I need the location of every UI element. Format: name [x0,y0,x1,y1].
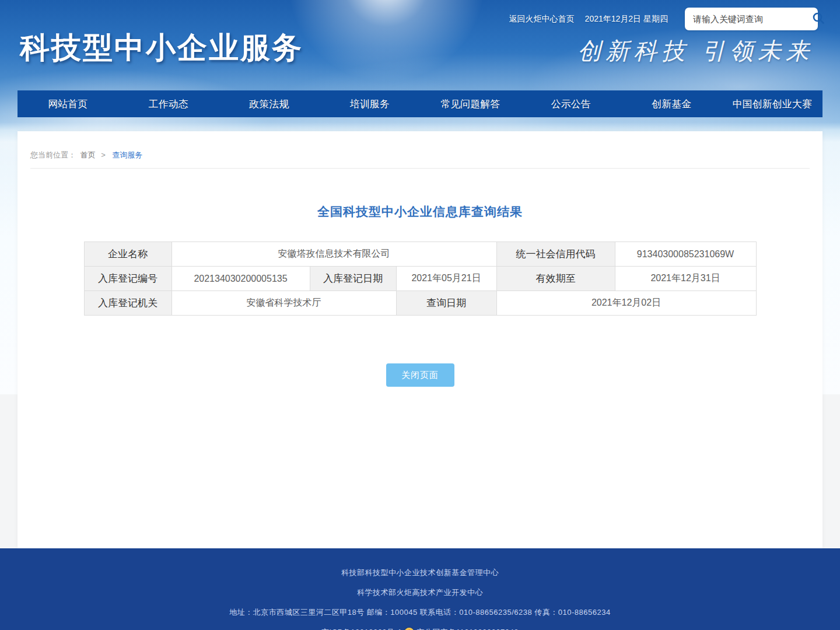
breadcrumb-separator: > [101,150,106,159]
nav-item-innovation-fund[interactable]: 创新基金 [621,90,722,117]
company-name-value: 安徽塔孜信息技术有限公司 [172,242,496,267]
valid-until-label: 有效期至 [496,267,615,291]
nav-item-work-news[interactable]: 工作动态 [118,90,219,117]
footer: 科技部科技型中小企业技术创新基金管理中心 科学技术部火炬高技术产业开发中心 地址… [0,548,840,630]
search-box [685,8,818,30]
icp-record-link[interactable]: 京ICP备13019302号-1 [321,627,402,630]
nav-item-policies[interactable]: 政策法规 [219,90,320,117]
page: 返回火炬中心首页 2021年12月2日 星期四 科技型中小企业服务 创新科技 引… [0,0,840,630]
police-badge-icon [404,628,414,630]
table-row: 企业名称 安徽塔孜信息技术有限公司 统一社会信用代码 9134030008523… [84,242,756,267]
company-name-label: 企业名称 [84,242,172,267]
breadcrumb-current-link[interactable]: 查询服务 [112,150,142,159]
site-title: 科技型中小企业服务 [20,28,303,68]
registration-date-label: 入库登记日期 [310,267,396,291]
date-text: 2021年12月2日 星期四 [585,14,668,24]
footer-org-line-2: 科学技术部火炬高技术产业开发中心 [0,587,840,598]
footer-address-line: 地址：北京市西城区三里河二区甲18号 邮编：100045 联系电话：010-88… [0,607,840,618]
return-torch-center-link[interactable]: 返回火炬中心首页 [509,14,575,24]
table-row: 入库登记机关 安徽省科学技术厅 查询日期 2021年12月02日 [84,291,756,316]
search-input[interactable] [692,13,810,24]
registration-authority-label: 入库登记机关 [84,291,172,316]
content-panel: 您当前位置： 首页 > 查询服务 全国科技型中小企业信息库查询结果 企业名称 安… [18,131,822,548]
table-row: 入库登记编号 202134030200005135 入库登记日期 2021年05… [84,267,756,291]
breadcrumb: 您当前位置： 首页 > 查询服务 [30,131,810,169]
footer-org-line-1: 科技部科技型中小企业技术创新基金管理中心 [0,568,840,578]
nav-item-competition[interactable]: 中国创新创业大赛 [722,90,823,117]
footer-record-line: 京ICP备13019302号-1 京公网安备11010202007048 [0,627,840,630]
search-icon [811,11,825,27]
registration-number-label: 入库登记编号 [84,267,172,291]
police-record-link[interactable]: 京公网安备11010202007048 [416,627,519,630]
registration-number-value: 202134030200005135 [172,267,310,291]
credit-code-label: 统一社会信用代码 [496,242,615,267]
nav-item-announcements[interactable]: 公示公告 [521,90,622,117]
breadcrumb-prefix: 您当前位置： [30,150,76,159]
close-page-button[interactable]: 关闭页面 [386,363,454,387]
nav-item-training[interactable]: 培训服务 [320,90,421,117]
search-button[interactable] [810,10,827,28]
site-slogan: 创新科技 引领未来 [578,35,814,67]
page-title: 全国科技型中小企业信息库查询结果 [18,204,822,220]
nav-item-home[interactable]: 网站首页 [18,90,118,117]
query-date-value: 2021年12月02日 [496,291,756,316]
nav-item-faq[interactable]: 常见问题解答 [420,90,521,117]
main-nav: 网站首页 工作动态 政策法规 培训服务 常见问题解答 公示公告 创新基金 中国创… [18,90,822,117]
valid-until-value: 2021年12月31日 [615,267,756,291]
query-result-table: 企业名称 安徽塔孜信息技术有限公司 统一社会信用代码 9134030008523… [84,242,757,316]
breadcrumb-home-link[interactable]: 首页 [80,150,96,159]
registration-date-value: 2021年05月21日 [396,267,496,291]
credit-code-value: 91340300085231069W [615,242,756,267]
top-utility-row: 返回火炬中心首页 2021年12月2日 星期四 [509,14,668,24]
registration-authority-value: 安徽省科学技术厅 [172,291,396,316]
close-button-container: 关闭页面 [18,363,822,387]
query-date-label: 查询日期 [396,291,496,316]
